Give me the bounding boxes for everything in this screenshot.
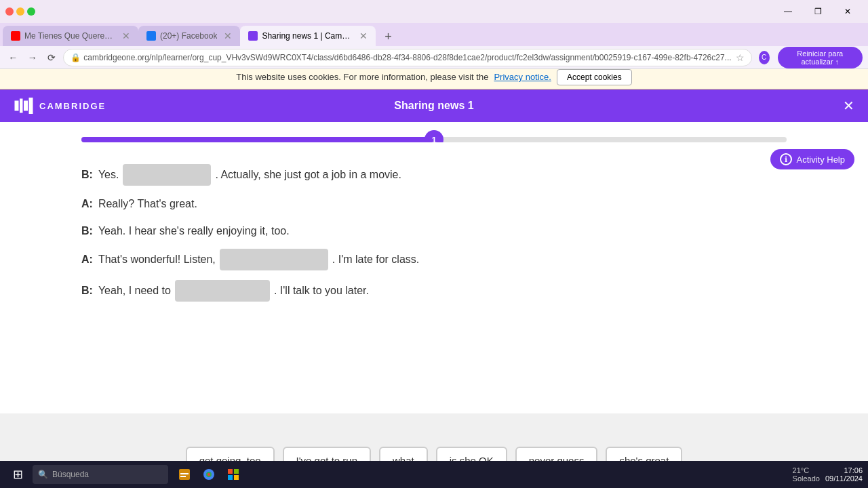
svg-point-9 <box>208 473 210 476</box>
header-title: Sharing news 1 <box>394 100 473 112</box>
forward-button[interactable]: → <box>24 48 39 67</box>
svg-rect-13 <box>234 475 239 480</box>
windows-logo-icon: ⊞ <box>13 467 23 482</box>
refresh-button[interactable]: ⟳ <box>44 48 59 67</box>
svg-rect-11 <box>234 469 239 474</box>
dialogue-line-4: A: That's wonderful! Listen, . I'm late … <box>81 249 787 270</box>
progress-section: 1 <box>0 122 868 142</box>
win-minimize[interactable]: — <box>773 2 803 21</box>
taskbar-icon-browser[interactable] <box>198 464 220 485</box>
blank-3[interactable] <box>175 280 270 302</box>
svg-rect-12 <box>228 475 233 480</box>
lock-icon: 🔒 <box>71 53 81 62</box>
cookie-message: This website uses cookies. For more info… <box>236 72 488 82</box>
minimize-btn[interactable] <box>5 7 14 16</box>
extension-icon-1[interactable]: C <box>759 51 770 64</box>
taskbar-icon-files[interactable] <box>174 464 195 485</box>
svg-rect-1 <box>20 99 23 113</box>
speaker-b-3: B: <box>81 282 93 300</box>
svg-rect-3 <box>29 98 33 114</box>
text-a-2-after: . I'm late for class. <box>332 251 419 268</box>
app-header: CAMBRIDGE Sharing news 1 ✕ <box>0 89 868 122</box>
tab-youtube-close[interactable]: ✕ <box>122 30 130 41</box>
text-a-1: Really? That's great. <box>98 195 197 213</box>
speaker-b-2: B: <box>81 222 93 240</box>
files-icon <box>178 468 191 481</box>
tab-cambridge[interactable]: Sharing news 1 | Cambridge O... ✕ <box>240 26 376 46</box>
speaker-b-1: B: <box>81 166 93 184</box>
help-icon: ℹ <box>780 153 792 165</box>
svg-rect-10 <box>228 469 233 474</box>
facebook-favicon <box>146 31 156 41</box>
blank-2[interactable] <box>220 249 328 270</box>
ms365-icon <box>226 468 240 481</box>
privacy-notice-link[interactable]: Privacy notice. <box>494 72 551 82</box>
temperature: 21°C <box>793 466 810 474</box>
text-a-2-before: That's wonderful! Listen, <box>98 251 216 268</box>
taskbar-icon-ms365[interactable] <box>222 464 244 485</box>
youtube-favicon <box>11 31 20 41</box>
cambridge-text: CAMBRIDGE <box>39 101 106 111</box>
tab-facebook-close[interactable]: ✕ <box>224 30 232 41</box>
text-b-1-after: . Actually, she just got a job in a movi… <box>215 166 401 184</box>
tab-facebook-title: (20+) Facebook <box>160 31 217 41</box>
svg-rect-0 <box>15 101 19 111</box>
svg-rect-6 <box>180 476 186 477</box>
start-button[interactable]: ⊞ <box>5 462 30 487</box>
cambridge-logo-svg <box>14 98 34 114</box>
fullscreen-btn[interactable] <box>27 7 35 16</box>
tab-cambridge-close[interactable]: ✕ <box>359 30 368 41</box>
dialogue-line-2: A: Really? That's great. <box>81 195 787 213</box>
text-b-2: Yeah. I hear she's really enjoying it, t… <box>98 222 290 240</box>
tab-facebook[interactable]: (20+) Facebook ✕ <box>138 26 240 46</box>
speaker-a-2: A: <box>81 251 93 268</box>
taskbar-pinned-icons <box>174 464 244 485</box>
dialogue-container: B: Yes. . Actually, she just got a job i… <box>81 149 787 317</box>
bookmark-icon[interactable]: ☆ <box>736 52 745 63</box>
text-b-3-after: . I'll talk to you later. <box>274 282 369 300</box>
dialogue-line-3: B: Yeah. I hear she's really enjoying it… <box>81 222 787 240</box>
clock-time: 17:06 <box>825 466 863 474</box>
nav-bar: ← → ⟳ 🔒 cambridgeone.org/nlp/learner/org… <box>0 46 868 69</box>
svg-rect-5 <box>180 473 189 474</box>
svg-rect-2 <box>24 101 28 111</box>
speaker-a-1: A: <box>81 195 93 213</box>
win-close[interactable]: ✕ <box>833 2 863 21</box>
tabs-bar: Me Tienes Que Querer - YouTu... ✕ (20+) … <box>0 23 868 46</box>
update-button[interactable]: Reiniciar para actualizar ↑ <box>778 47 863 68</box>
progress-bar-fill <box>81 137 434 142</box>
title-bar: — ❐ ✕ <box>0 0 868 23</box>
taskbar-search-label: Búsqueda <box>52 470 89 479</box>
new-tab-button[interactable]: + <box>378 27 397 46</box>
tab-cambridge-title: Sharing news 1 | Cambridge O... <box>262 31 353 41</box>
activity-help-label: Activity Help <box>796 155 845 165</box>
tab-youtube[interactable]: Me Tienes Que Querer - YouTu... ✕ <box>3 26 138 46</box>
weather-widget: 21°C Soleado <box>793 466 820 483</box>
cambridge-logo: CAMBRIDGE <box>14 98 106 114</box>
tab-youtube-title: Me Tienes Que Querer - YouTu... <box>24 31 115 41</box>
taskbar-right: 21°C Soleado 17:06 09/11/2024 <box>793 466 863 483</box>
taskbar: ⊞ 🔍 Búsqueda <box>0 461 868 488</box>
main-content: ℹ Activity Help B: Yes. . Actually, she … <box>0 142 868 413</box>
win-restore[interactable]: ❐ <box>803 2 833 21</box>
taskbar-search-icon: 🔍 <box>38 470 48 479</box>
address-bar[interactable]: 🔒 cambridgeone.org/nlp/learner/org_cup_V… <box>63 49 751 66</box>
url-text: cambridgeone.org/nlp/learner/org_cup_VHv… <box>83 53 731 62</box>
back-button[interactable]: ← <box>5 48 20 67</box>
dialogue-line-5: B: Yeah, I need to . I'll talk to you la… <box>81 280 787 302</box>
header-close-button[interactable]: ✕ <box>843 98 854 114</box>
activity-help-button[interactable]: ℹ Activity Help <box>770 149 854 169</box>
cambridge-favicon <box>248 31 258 41</box>
text-b-3-before: Yeah, I need to <box>98 282 171 300</box>
dialogue-line-1: B: Yes. . Actually, she just got a job i… <box>81 164 787 186</box>
browser-chrome: — ❐ ✕ Me Tienes Que Querer - YouTu... ✕ … <box>0 0 868 65</box>
clock-date: 09/11/2024 <box>825 474 863 483</box>
taskbar-clock: 17:06 09/11/2024 <box>825 466 863 483</box>
accept-cookies-button[interactable]: Accept cookies <box>557 69 632 85</box>
taskbar-search[interactable]: 🔍 Búsqueda <box>33 465 168 484</box>
weather-desc: Soleado <box>793 474 820 483</box>
blank-1[interactable] <box>123 164 211 186</box>
maximize-btn[interactable] <box>16 7 24 16</box>
text-b-1-before: Yes. <box>98 166 119 184</box>
browser-icon <box>202 468 216 481</box>
